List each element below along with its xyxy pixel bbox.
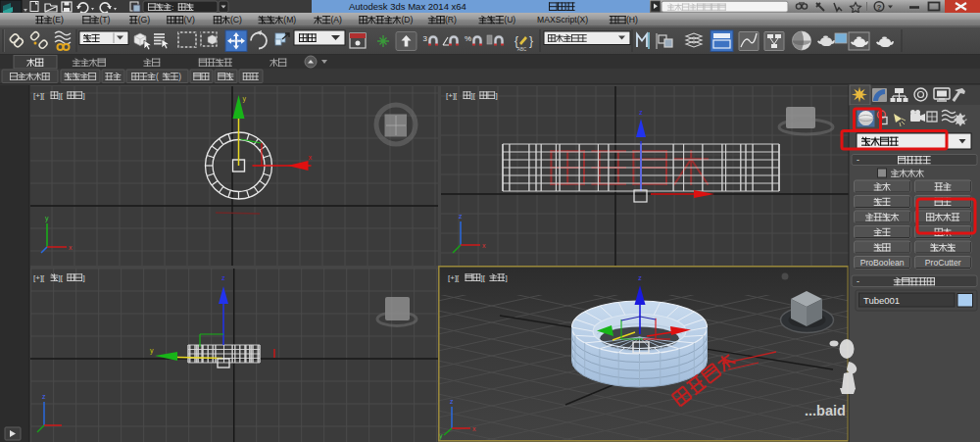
svg-text:]: ]: [495, 91, 497, 100]
svg-text:ProCutter: ProCutter: [925, 258, 961, 268]
svg-text:y: y: [243, 95, 247, 103]
svg-text:(T): (T): [100, 15, 111, 25]
svg-text:(R): (R): [445, 15, 457, 25]
svg-text:][: ][: [59, 91, 64, 100]
svg-text:-: -: [857, 155, 859, 165]
svg-text:y: y: [150, 347, 154, 355]
svg-text:(H): (H): [626, 15, 638, 25]
svg-text:[+][: [+][: [446, 91, 458, 100]
svg-text:{: {: [514, 34, 518, 48]
svg-text:x: x: [69, 244, 73, 251]
svg-text:3: 3: [423, 34, 428, 43]
svg-text:z: z: [450, 398, 454, 405]
svg-text::: :: [172, 3, 173, 12]
svg-text:y: y: [45, 215, 49, 222]
svg-text:-: -: [857, 276, 859, 286]
svg-text:z: z: [638, 274, 642, 281]
svg-text:%: %: [465, 34, 471, 43]
svg-text:][: ][: [59, 273, 64, 282]
svg-text:(V): (V): [184, 15, 196, 25]
svg-text:(: (: [156, 73, 159, 81]
svg-text:]: ]: [505, 273, 507, 282]
svg-text:(M): (M): [283, 15, 296, 25]
svg-text:ABC: ABC: [517, 47, 527, 52]
svg-text:z: z: [221, 274, 225, 281]
svg-text:x: x: [482, 242, 486, 249]
svg-text:}: }: [529, 34, 533, 48]
svg-text:[+][: [+][: [33, 91, 45, 100]
svg-text:x: x: [472, 425, 476, 432]
svg-text:ProBoolean: ProBoolean: [860, 258, 905, 268]
svg-text:(C): (C): [230, 15, 242, 25]
svg-text:][: ][: [471, 91, 476, 100]
svg-text:[+][: [+][: [33, 273, 45, 282]
svg-text:]: ]: [82, 273, 84, 282]
svg-text:Tube001: Tube001: [863, 295, 900, 306]
svg-text:(U): (U): [504, 15, 515, 25]
svg-text:(D): (D): [401, 15, 413, 25]
svg-text:(E): (E): [53, 15, 65, 25]
svg-text:][: ][: [481, 273, 486, 282]
svg-text:(G): (G): [138, 15, 151, 25]
svg-text:]: ]: [82, 91, 84, 100]
svg-text:y: y: [439, 432, 443, 440]
svg-text:z: z: [42, 393, 46, 400]
svg-text:(A): (A): [331, 15, 343, 25]
svg-text:[+][: [+][: [448, 273, 460, 282]
svg-text:?: ?: [877, 3, 882, 12]
svg-text:Autodesk 3ds Max 2014 x64: Autodesk 3ds Max 2014 x64: [349, 1, 466, 12]
svg-text:z: z: [459, 213, 463, 220]
svg-text:x: x: [309, 154, 313, 161]
svg-text:): ): [178, 73, 181, 81]
svg-text:MAXScript(X): MAXScript(X): [537, 15, 588, 25]
svg-text:...baid: ...baid: [805, 403, 846, 418]
svg-text:z: z: [639, 109, 643, 116]
